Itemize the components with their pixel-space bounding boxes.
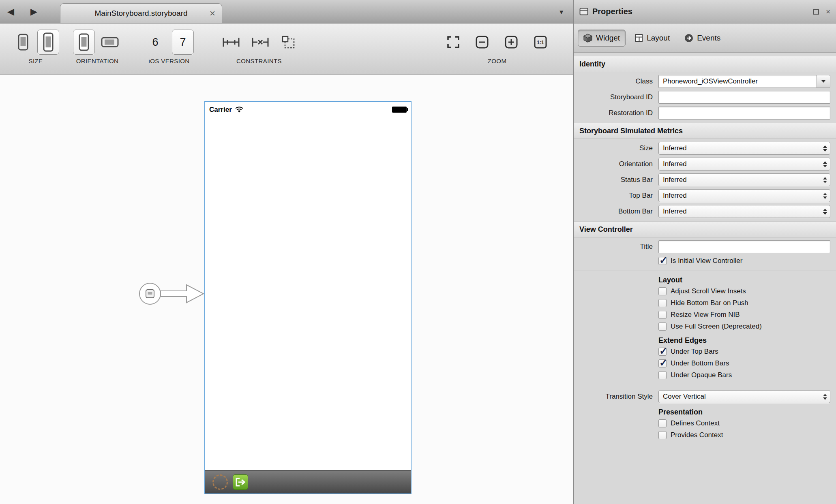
dock-panel-icon[interactable]: [813, 9, 819, 15]
close-panel-icon[interactable]: ×: [826, 8, 830, 15]
storyboard-id-row: Storyboard ID: [574, 91, 830, 104]
top-bar-row: Top Bar Inferred: [574, 189, 830, 202]
back-arrow-icon[interactable]: ◀: [7, 7, 14, 16]
size-3-5-inch-button[interactable]: [12, 30, 34, 55]
under-bottom-bars-label: Under Bottom Bars: [671, 359, 729, 367]
zoom-fit-button[interactable]: [444, 30, 463, 55]
navigation-arrows: ◀ ▶: [7, 0, 37, 23]
under-opaque-bars-checkbox[interactable]: [658, 371, 667, 379]
transition-style-popup[interactable]: Cover Vertical: [658, 390, 830, 403]
top-bar-popup[interactable]: Inferred: [658, 189, 830, 202]
size-group: SIZE: [12, 27, 59, 64]
hide-bottom-bar-on-push-checkbox[interactable]: [658, 299, 667, 307]
exit-segue-icon[interactable]: [233, 474, 248, 490]
adjust-scroll-view-insets-label: Adjust Scroll View Insets: [671, 287, 746, 295]
class-label: Class: [574, 77, 658, 85]
designer-toolbar: SIZE: [0, 23, 573, 75]
ios-version-group: 6 7 iOS VERSION: [144, 27, 194, 64]
size-row: Size Inferred: [574, 142, 830, 155]
editor-pane: ◀ ▶ MainStoryboard.storyboard × ▼: [0, 0, 573, 504]
orientation-row: Orientation Inferred: [574, 158, 830, 171]
view-controller-section-header: View Controller: [574, 221, 836, 237]
zoom-in-icon: [504, 35, 519, 49]
hide-bottom-bar-on-push-label: Hide Bottom Bar on Push: [671, 299, 748, 307]
stepper-icon: [820, 158, 830, 170]
class-combobox[interactable]: Phoneword_iOSViewController: [658, 75, 830, 88]
bottom-bar-popup[interactable]: Inferred: [658, 205, 830, 218]
one-to-one-zoom-icon: 1:1: [533, 35, 548, 49]
under-top-bars-checkbox[interactable]: [658, 348, 667, 356]
resize-view-from-nib-label: Resize View From NIB: [671, 311, 740, 319]
use-full-screen-row: Use Full Screen (Deprecated): [658, 322, 830, 331]
under-top-bars-label: Under Top Bars: [671, 348, 718, 356]
use-full-screen-label: Use Full Screen (Deprecated): [671, 322, 762, 331]
widget-cube-icon: [583, 34, 592, 43]
bottom-bar-row: Bottom Bar Inferred: [574, 205, 830, 218]
orientation-portrait-button[interactable]: [73, 30, 95, 55]
size-4-inch-button[interactable]: [37, 30, 59, 55]
is-initial-view-controller-checkbox[interactable]: [658, 257, 667, 265]
transition-style-popup-value: Cover Vertical: [663, 393, 706, 401]
identity-section-header: Identity: [574, 56, 836, 72]
zoom-group-label: ZOOM: [488, 58, 507, 64]
phone-3-5-inch-icon: [18, 34, 28, 51]
tab-layout[interactable]: Layout: [629, 30, 675, 47]
width-constraint-icon: [222, 36, 240, 48]
class-dropdown-button[interactable]: [817, 75, 830, 88]
defines-context-row: Defines Context: [658, 419, 830, 428]
tab-events[interactable]: Events: [679, 30, 726, 47]
under-bottom-bars-checkbox[interactable]: [658, 359, 667, 367]
ios-version-group-label: iOS VERSION: [148, 58, 189, 64]
storyboard-id-label: Storyboard ID: [574, 93, 658, 101]
status-bar-popup[interactable]: Inferred: [658, 173, 830, 186]
zoom-in-button[interactable]: [501, 30, 521, 55]
restoration-id-row: Restoration ID: [574, 107, 830, 120]
properties-panel-title: Properties: [592, 7, 632, 16]
stepper-icon: [820, 142, 830, 154]
dock-glyph: [813, 9, 819, 15]
remove-constraint-icon: [251, 36, 270, 48]
storyboard-id-input[interactable]: [658, 91, 830, 104]
orientation-label: Orientation: [574, 160, 658, 168]
frame-constraint-button[interactable]: [277, 30, 299, 55]
restoration-id-input[interactable]: [658, 107, 830, 120]
title-row: Title: [574, 240, 830, 253]
ios-version-7-button[interactable]: 7: [172, 30, 194, 55]
provides-context-label: Provides Context: [671, 431, 723, 439]
zoom-out-button[interactable]: [472, 30, 492, 55]
constraints-group-label: CONSTRAINTS: [236, 58, 282, 64]
zoom-group: 1:1 ZOOM: [444, 27, 551, 64]
status-bar-row: Status Bar Inferred: [574, 173, 830, 186]
carrier-label: Carrier: [209, 106, 232, 114]
forward-arrow-icon[interactable]: ▶: [30, 7, 37, 16]
defines-context-checkbox[interactable]: [658, 419, 667, 427]
resize-view-from-nib-checkbox[interactable]: [658, 311, 667, 319]
tab-widget[interactable]: Widget: [578, 30, 626, 47]
view-controller-handle-icon[interactable]: [212, 474, 228, 490]
adjust-scroll-view-insets-checkbox[interactable]: [658, 287, 667, 295]
svg-text:1:1: 1:1: [537, 40, 544, 45]
ios-version-6-button[interactable]: 6: [144, 30, 166, 55]
size-popup[interactable]: Inferred: [658, 142, 830, 155]
simulated-status-bar: Carrier: [205, 102, 411, 117]
under-opaque-bars-label: Under Opaque Bars: [671, 371, 732, 379]
orientation-popup[interactable]: Inferred: [658, 158, 830, 171]
properties-panel: Properties × Widget: [573, 0, 836, 504]
tab-list-dropdown-icon[interactable]: ▼: [558, 8, 564, 15]
tab-close-icon[interactable]: ×: [210, 9, 215, 18]
remove-constraint-button[interactable]: [248, 30, 272, 55]
document-tab[interactable]: MainStoryboard.storyboard ×: [60, 3, 222, 23]
zoom-actual-size-button[interactable]: 1:1: [530, 30, 551, 55]
design-canvas[interactable]: Carrier: [0, 75, 573, 504]
orientation-landscape-button[interactable]: [98, 30, 122, 55]
frame-constraint-icon: [281, 35, 296, 49]
initial-segue-arrow[interactable]: [138, 278, 204, 309]
title-input[interactable]: [658, 240, 830, 253]
use-full-screen-checkbox[interactable]: [658, 322, 667, 331]
view-controller-canvas[interactable]: Carrier: [204, 101, 412, 494]
provides-context-checkbox[interactable]: [658, 431, 667, 439]
defines-context-label: Defines Context: [671, 419, 720, 427]
width-constraint-button[interactable]: [219, 30, 243, 55]
view-controller-root-view[interactable]: [205, 117, 411, 470]
orientation-group: ORIENTATION: [73, 27, 122, 64]
